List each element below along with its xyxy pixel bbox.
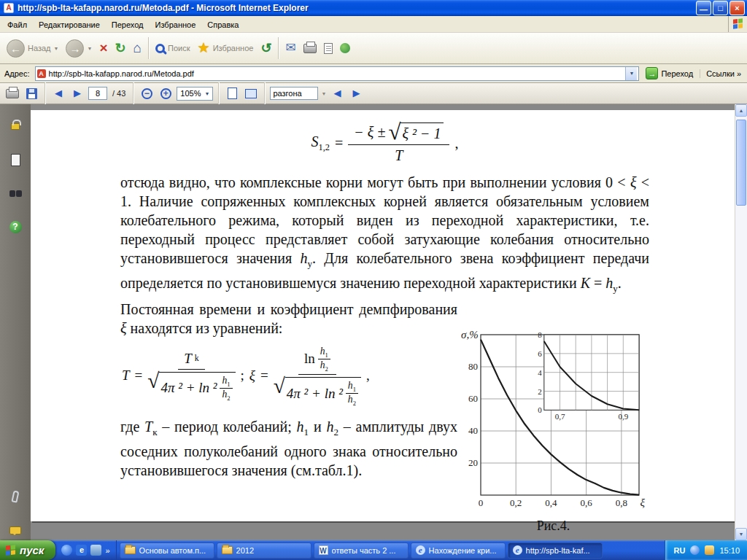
history-button[interactable]: ↺ [258, 39, 274, 58]
svg-text:0,8: 0,8 [616, 497, 627, 508]
menu-item-Избранное[interactable]: Избранное [150, 18, 202, 32]
tray-icon-1[interactable] [690, 545, 700, 555]
f2-fraction-xi: lnh1h2 √4π ² + ln ²h1h2 [274, 345, 361, 407]
paperclip-icon [11, 490, 19, 502]
binoculars-icon [9, 190, 15, 197]
forward-button[interactable]: → ▼ [63, 37, 95, 60]
taskbar: пуск e » Основы автом.п...2012Wответы ча… [0, 540, 747, 560]
go-arrow-icon: → [646, 67, 658, 79]
tray-icon-2[interactable] [705, 545, 714, 555]
task-button[interactable]: eНахождение кри... [411, 542, 506, 559]
task-buttons: Основы автом.п...2012Wответы часть 2 ...… [117, 540, 665, 560]
svg-text:0,7: 0,7 [555, 412, 565, 421]
task-button[interactable]: 2012 [217, 542, 311, 559]
attachments-button[interactable] [5, 486, 26, 507]
fit-width-button[interactable] [243, 85, 259, 101]
address-bar: Адрес: A ▼ → Переход Ссылки » [0, 64, 747, 83]
fit-page-icon [228, 88, 237, 99]
next-page-icon: ▶ [74, 88, 81, 98]
forward-dropdown-icon[interactable]: ▼ [87, 46, 92, 51]
search-button[interactable]: Поиск [152, 42, 193, 55]
start-button[interactable]: пуск [0, 540, 55, 560]
quick-launch-ie-icon[interactable]: e [76, 545, 87, 556]
start-label: пуск [20, 544, 44, 556]
home-button[interactable]: ⌂ [131, 39, 144, 58]
close-button[interactable]: × [729, 1, 745, 15]
menu-item-Переход[interactable]: Переход [106, 18, 150, 32]
scroll-down-button[interactable]: ▼ [735, 528, 747, 540]
quick-launch-icon-3[interactable] [90, 545, 101, 556]
edit-page-icon [324, 43, 333, 54]
address-dropdown-icon[interactable]: ▼ [625, 67, 637, 80]
f1-comma: , [454, 135, 458, 152]
svg-text:60: 60 [468, 393, 478, 404]
zoom-level-select[interactable]: 105% ▼ [177, 87, 213, 101]
svg-text:0: 0 [538, 405, 542, 414]
task-button[interactable]: Wответы часть 2 ... [314, 542, 409, 559]
zoom-in-icon: + [160, 88, 171, 99]
zoom-in-button[interactable]: + [158, 85, 174, 101]
comments-button[interactable] [5, 520, 26, 540]
back-button[interactable]: ← Назад ▼ [4, 37, 61, 60]
find-previous-icon: ◀ [333, 88, 341, 98]
find-next-button[interactable]: ▶ [348, 85, 364, 101]
favorites-button[interactable]: ★ Избранное [195, 39, 257, 58]
scroll-up-button[interactable]: ▲ [735, 104, 747, 117]
formula-t-xi: T = Tk √4π ² + ln ²h1h2 ; ξ = [122, 345, 457, 407]
history-icon: ↺ [260, 41, 271, 55]
f2-xi-denominator: √4π ² + ln ²h1h2 [274, 375, 361, 406]
vertical-scrollbar[interactable]: ▲ ▼ [735, 104, 747, 540]
refresh-button[interactable]: ↻ [112, 39, 129, 58]
zoom-out-button[interactable]: − [139, 85, 155, 101]
help-icon: ? [9, 221, 22, 233]
paragraph-complex-roots: отсюда видно, что комплексные корни могу… [120, 173, 649, 298]
home-icon: ⌂ [133, 41, 142, 55]
task-button[interactable]: Основы автом.п... [120, 542, 214, 559]
quick-launch-icon-1[interactable] [61, 545, 72, 556]
links-button[interactable]: Ссылки » [700, 69, 744, 78]
back-dropdown-icon[interactable]: ▼ [54, 46, 59, 51]
pages-panel-button[interactable] [5, 149, 26, 170]
folder-icon [125, 546, 136, 554]
task-button[interactable]: ehttp://spb-lta-kaf... [508, 542, 603, 559]
f1-fraction: − ξ ± √ξ ² − 1 T [348, 122, 449, 164]
help-button[interactable]: ? [5, 217, 26, 237]
document-security-button[interactable] [5, 116, 26, 136]
toolbar-separator [133, 82, 133, 104]
menu-item-Редактирование[interactable]: Редактирование [33, 18, 106, 32]
menu-item-Файл[interactable]: Файл [1, 18, 33, 32]
print-button[interactable] [301, 42, 320, 55]
edit-button[interactable] [321, 41, 336, 56]
zoom-out-icon: − [142, 88, 152, 99]
messenger-button[interactable] [337, 41, 353, 55]
page-number-input[interactable] [88, 87, 107, 100]
acrobat-print-button[interactable] [4, 85, 20, 101]
quick-launch-chevron-icon[interactable]: » [105, 546, 109, 555]
zoom-dropdown-icon[interactable]: ▼ [205, 91, 210, 96]
find-previous-button[interactable]: ◀ [329, 85, 345, 101]
svg-text:0,4: 0,4 [545, 497, 557, 508]
stop-button[interactable]: × [96, 39, 110, 58]
maximize-button[interactable]: □ [713, 1, 728, 15]
acrobat-search-input[interactable] [270, 87, 318, 100]
scroll-thumb[interactable] [736, 120, 746, 206]
acrobat-save-button[interactable] [23, 85, 39, 101]
toolbar-separator [264, 82, 265, 104]
next-page-button[interactable]: ▶ [69, 85, 85, 101]
f2-t-numerator: Tk [178, 350, 204, 370]
language-indicator[interactable]: RU [674, 546, 686, 555]
menu-item-Справка[interactable]: Справка [201, 18, 244, 32]
close-glyph: × [735, 4, 739, 12]
mail-button[interactable]: ✉ [282, 39, 298, 58]
previous-page-button[interactable]: ◀ [50, 85, 66, 101]
fit-page-button[interactable] [224, 85, 240, 101]
window-title: http://spb-lta-kafapp.narod.ru/Metoda.pd… [18, 3, 694, 13]
search-results-button[interactable] [5, 183, 26, 203]
acrobat-search-dropdown-icon[interactable]: ▼ [321, 91, 326, 96]
forward-icon: → [66, 39, 84, 58]
address-input[interactable] [49, 69, 623, 78]
go-button[interactable]: → Переход [643, 66, 696, 80]
minimize-button[interactable]: — [696, 1, 711, 15]
task-button-label: 2012 [236, 546, 254, 555]
f2-xi-numerator: lnh1h2 [298, 345, 336, 375]
